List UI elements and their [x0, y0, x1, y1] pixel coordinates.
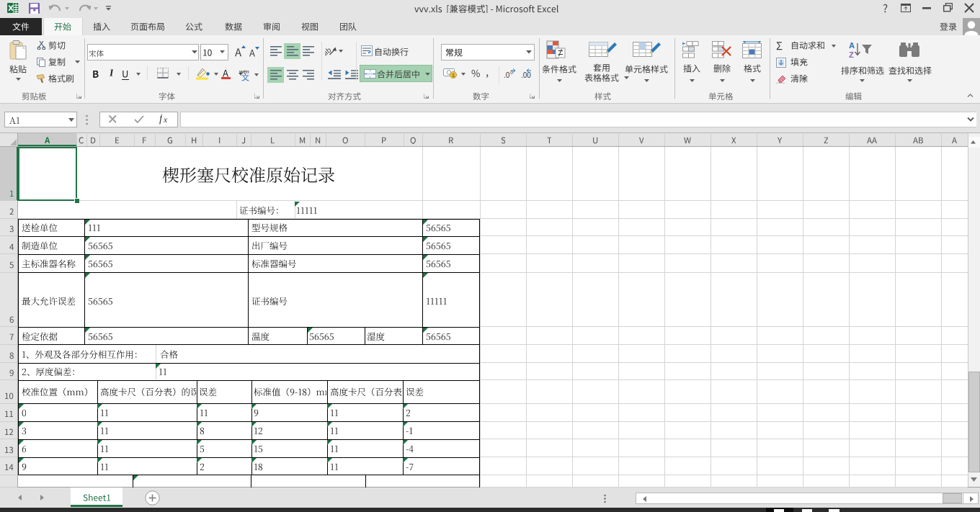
svg-text:$: $: [452, 73, 455, 78]
svg-text:A: A: [849, 41, 855, 50]
svg-text:.00: .00: [521, 71, 531, 79]
svg-text:.0: .0: [504, 71, 510, 79]
svg-text:0: 0: [510, 70, 513, 75]
svg-text:Z: Z: [849, 50, 854, 59]
